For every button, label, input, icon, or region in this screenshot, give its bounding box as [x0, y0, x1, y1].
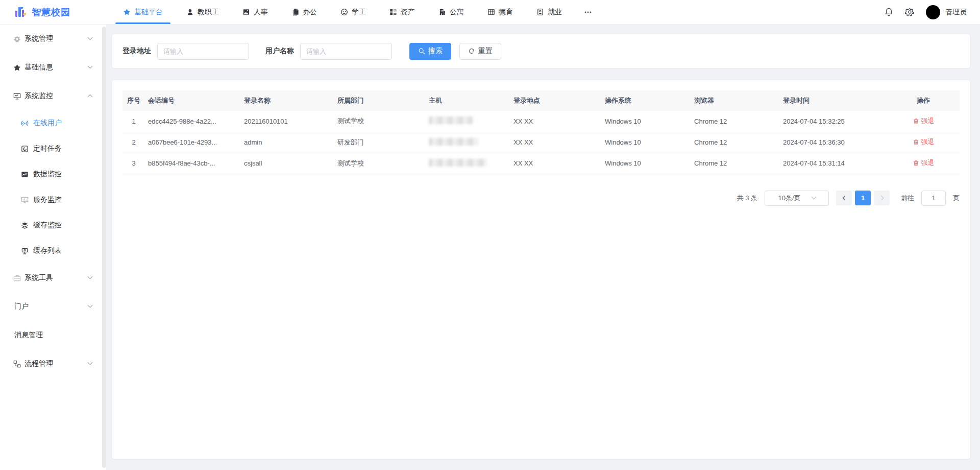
sidebar-scrollbar[interactable] — [102, 27, 106, 468]
tab-moral-education[interactable]: 德育 — [476, 0, 525, 24]
cache-monitor-icon — [20, 247, 29, 255]
session-id-cell: a067bee6-101e-4293... — [145, 132, 241, 153]
host-cell-redacted — [426, 132, 510, 153]
documents-icon — [291, 8, 299, 16]
sidebar-item-portal[interactable]: 门户 — [0, 292, 106, 321]
login-address-field: 登录地址 — [122, 43, 249, 60]
reset-button[interactable]: 重置 — [459, 43, 501, 60]
badge-icon — [536, 8, 544, 16]
user-name-input[interactable] — [300, 43, 392, 60]
layers-icon — [20, 222, 29, 229]
building-icon — [438, 8, 446, 16]
force-logout-button[interactable]: 强退 — [913, 116, 935, 126]
sidebar-item-basic-info[interactable]: 基础信息 — [0, 53, 106, 82]
chevron-up-icon — [88, 95, 93, 100]
pagination: 共 3 条 10条/页 1 前往 页 — [122, 191, 960, 206]
tab-office[interactable]: 办公 — [280, 0, 329, 24]
page-size-select[interactable]: 10条/页 — [765, 191, 829, 206]
student-face-icon — [340, 8, 348, 16]
chevron-down-icon — [88, 274, 93, 279]
app-logo[interactable]: 智慧校园 — [0, 0, 102, 24]
table-row: 2 a067bee6-101e-4293... admin 研发部门 XX XX… — [122, 132, 960, 153]
data-chart-icon — [20, 171, 29, 178]
sidebar-item-system-monitor[interactable]: 系统监控 — [0, 82, 106, 110]
user-name-field: 用户名称 — [265, 43, 392, 60]
online-users-table: 序号 会话编号 登录名称 所属部门 主机 登录地点 操作系统 浏览器 登录时间 … — [122, 90, 960, 174]
tab-employment[interactable]: 就业 — [525, 0, 574, 24]
next-page-button[interactable] — [874, 191, 890, 205]
total-count-label: 共 3 条 — [737, 194, 757, 203]
chevron-down-icon — [88, 35, 93, 40]
chevron-down-icon — [811, 195, 816, 200]
sidebar-item-scheduled-tasks[interactable]: 定时任务 — [0, 136, 106, 161]
refresh-icon — [468, 48, 475, 55]
gear-icon — [13, 35, 21, 43]
prev-page-button[interactable] — [836, 191, 852, 205]
chevron-down-icon — [88, 64, 93, 69]
col-login-name: 登录名称 — [241, 90, 334, 111]
online-users-panel: 序号 会话编号 登录名称 所属部门 主机 登录地点 操作系统 浏览器 登录时间 … — [112, 80, 970, 459]
col-os: 操作系统 — [602, 90, 691, 111]
login-address-input[interactable] — [157, 43, 249, 60]
tab-base-platform[interactable]: 基础平台 — [111, 0, 175, 24]
col-browser: 浏览器 — [691, 90, 780, 111]
sidebar-item-message-management[interactable]: 消息管理 — [0, 321, 106, 349]
campus-logo-icon — [14, 6, 28, 19]
sidebar-item-system-tools[interactable]: 系统工具 — [0, 264, 106, 292]
col-login-time: 登录时间 — [780, 90, 887, 111]
col-action: 操作 — [887, 90, 960, 111]
chevron-down-icon — [88, 303, 93, 308]
bell-icon[interactable] — [884, 7, 894, 17]
trash-icon — [913, 118, 919, 125]
sidebar-item-cache-list[interactable]: 缓存列表 — [0, 238, 106, 264]
tab-hr[interactable]: 人事 — [231, 0, 280, 24]
tab-apartment[interactable]: 公寓 — [427, 0, 476, 24]
table-row: 3 b855f494-f8ae-43cb-... csjsall 测试学校 XX… — [122, 153, 960, 174]
col-index: 序号 — [122, 90, 145, 111]
id-card-icon — [242, 8, 250, 16]
search-button[interactable]: 搜索 — [409, 43, 451, 60]
admin-name-label[interactable]: 管理员 — [945, 8, 967, 17]
user-avatar[interactable] — [926, 5, 940, 19]
server-monitor-icon — [20, 196, 29, 204]
briefcase-icon — [13, 274, 21, 282]
chevron-left-icon — [842, 196, 847, 201]
col-host: 主机 — [426, 90, 510, 111]
goto-label: 前往 — [901, 194, 914, 203]
tab-student-affairs[interactable]: 学工 — [329, 0, 378, 24]
star-icon — [13, 64, 21, 72]
goto-page-input[interactable] — [921, 191, 946, 206]
host-cell-redacted — [426, 111, 510, 132]
sidebar-item-data-monitor[interactable]: 数据监控 — [0, 161, 106, 187]
tab-assets[interactable]: 资产 — [378, 0, 427, 24]
header-right: 管理员 — [884, 0, 980, 24]
flow-icon — [13, 360, 21, 368]
ellipsis-icon — [584, 8, 592, 16]
col-department: 所属部门 — [334, 90, 426, 111]
col-location: 登录地点 — [510, 90, 602, 111]
sidebar-item-cache-monitor[interactable]: 缓存监控 — [0, 213, 106, 238]
sidebar-item-system-management[interactable]: 系统管理 — [0, 25, 106, 53]
table-row: 1 edcc4425-988e-4a22... 202116010101 测试学… — [122, 111, 960, 132]
search-icon — [418, 48, 425, 55]
sidebar-item-online-users[interactable]: 在线用户 — [0, 110, 106, 136]
nav-more-button[interactable] — [574, 0, 602, 24]
monitor-chart-icon — [13, 92, 21, 100]
session-id-cell: b855f494-f8ae-43cb-... — [145, 153, 241, 174]
sidebar: 系统管理 基础信息 系统监控 在线用户 — [0, 25, 106, 470]
force-logout-button[interactable]: 强退 — [913, 137, 935, 147]
force-logout-button[interactable]: 强退 — [913, 158, 935, 168]
page-number-1[interactable]: 1 — [855, 191, 871, 205]
sidebar-item-process-management[interactable]: 流程管理 — [0, 349, 106, 378]
trash-icon — [913, 160, 919, 167]
tab-faculty[interactable]: 教职工 — [175, 0, 231, 24]
person-icon — [186, 8, 194, 16]
app-title: 智慧校园 — [32, 6, 70, 18]
host-cell-redacted — [426, 153, 510, 174]
session-id-cell: edcc4425-988e-4a22... — [145, 111, 241, 132]
login-address-label: 登录地址 — [122, 46, 151, 56]
trash-icon — [913, 139, 919, 146]
gear-icon[interactable] — [905, 7, 915, 17]
broadcast-icon — [20, 120, 29, 127]
sidebar-item-service-monitor[interactable]: 服务监控 — [0, 187, 106, 213]
